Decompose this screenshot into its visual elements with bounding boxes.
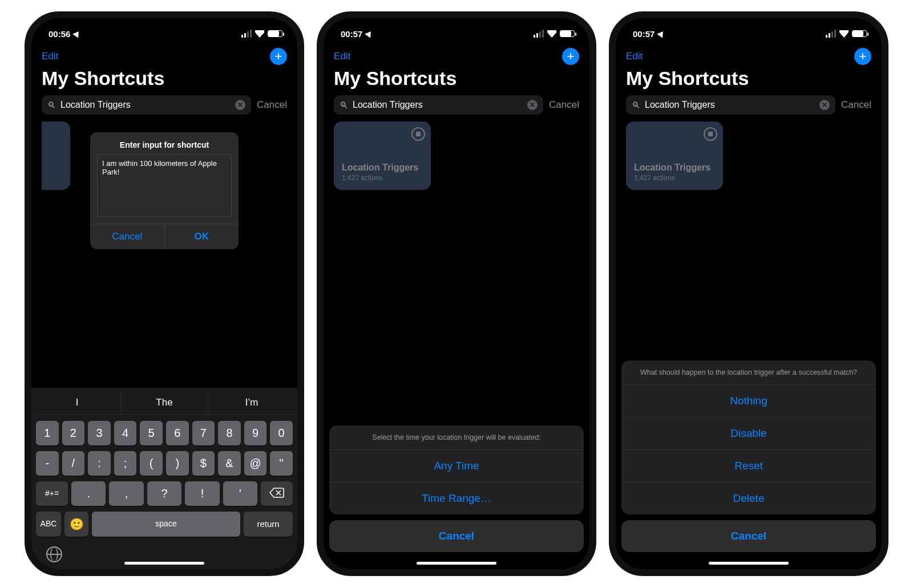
key-dollar[interactable]: $ bbox=[192, 451, 215, 476]
shortcut-card[interactable]: Location Triggers 1,427 actions bbox=[626, 121, 723, 190]
key-symbols[interactable]: #+= bbox=[36, 481, 68, 506]
status-time: 00:57 bbox=[341, 29, 362, 39]
signal-icon bbox=[826, 30, 836, 38]
battery-icon bbox=[852, 30, 867, 37]
edit-button[interactable]: Edit bbox=[42, 51, 58, 62]
action-sheet-match: What should happen to the location trigg… bbox=[621, 360, 876, 552]
key-comma[interactable]: , bbox=[109, 481, 143, 506]
key-bang[interactable]: ! bbox=[185, 481, 219, 506]
plus-icon: + bbox=[567, 50, 575, 63]
home-indicator[interactable] bbox=[417, 562, 496, 565]
key-at[interactable]: @ bbox=[244, 451, 267, 476]
key-space[interactable]: space bbox=[92, 512, 240, 537]
search-query: Location Triggers bbox=[60, 100, 231, 110]
battery-icon bbox=[560, 30, 575, 37]
location-arrow-icon bbox=[657, 29, 666, 38]
key-rparen[interactable]: ) bbox=[166, 451, 189, 476]
shortcut-actions-count: 1,427 actions bbox=[634, 174, 715, 182]
globe-icon[interactable] bbox=[46, 546, 62, 562]
stop-button[interactable] bbox=[411, 127, 425, 141]
clear-search-icon[interactable]: ✕ bbox=[819, 100, 830, 110]
key-emoji[interactable]: 🙂 bbox=[64, 512, 88, 537]
key-abc[interactable]: ABC bbox=[36, 512, 61, 537]
page-title: My Shortcuts bbox=[42, 67, 287, 90]
key-semi[interactable]: ; bbox=[114, 451, 137, 476]
sheet-option-disable[interactable]: Disable bbox=[621, 417, 876, 450]
key-6[interactable]: 6 bbox=[166, 421, 189, 445]
sheet-option-time-range[interactable]: Time Range… bbox=[329, 482, 584, 514]
location-arrow-icon bbox=[73, 29, 82, 38]
status-time: 00:56 bbox=[49, 29, 70, 39]
key-colon[interactable]: : bbox=[88, 451, 111, 476]
shortcut-name: Location Triggers bbox=[342, 163, 423, 173]
shortcut-actions-count: 1,427 a bbox=[42, 174, 62, 182]
sheet-option-reset[interactable]: Reset bbox=[621, 450, 876, 482]
shortcut-card[interactable]: Location Triggers 1,427 actions bbox=[334, 121, 431, 190]
shortcut-actions-count: 1,427 actions bbox=[342, 174, 423, 182]
wifi-icon bbox=[255, 30, 264, 37]
search-cancel[interactable]: Cancel bbox=[549, 99, 579, 111]
phone-1: 00:56 Edit + My Shortcuts 🔍︎ Location Tr… bbox=[25, 11, 304, 576]
suggestion-2[interactable]: The bbox=[120, 391, 208, 414]
clear-search-icon[interactable]: ✕ bbox=[235, 100, 245, 110]
alert-textarea[interactable]: I am within 100 kilometers of Apple Park… bbox=[97, 154, 232, 217]
key-1[interactable]: 1 bbox=[36, 421, 59, 445]
sheet-cancel-button[interactable]: Cancel bbox=[621, 520, 876, 552]
edit-button[interactable]: Edit bbox=[626, 51, 643, 62]
suggestion-3[interactable]: I’m bbox=[208, 391, 295, 414]
signal-icon bbox=[241, 30, 252, 38]
search-input[interactable]: 🔍︎ Location Triggers ✕ bbox=[42, 95, 251, 115]
home-indicator[interactable] bbox=[709, 562, 789, 565]
key-7[interactable]: 7 bbox=[192, 421, 215, 445]
nav-bar: Edit + bbox=[616, 43, 882, 65]
key-lparen[interactable]: ( bbox=[140, 451, 163, 476]
sheet-option-any-time[interactable]: Any Time bbox=[329, 450, 584, 482]
suggestion-bar: I The I’m bbox=[34, 391, 295, 415]
search-cancel[interactable]: Cancel bbox=[841, 99, 871, 111]
key-return[interactable]: return bbox=[244, 512, 293, 537]
suggestion-1[interactable]: I bbox=[34, 391, 120, 414]
sheet-cancel-button[interactable]: Cancel bbox=[329, 520, 584, 552]
key-quote[interactable]: " bbox=[270, 451, 293, 476]
search-input[interactable]: 🔍︎ Location Triggers ✕ bbox=[334, 95, 543, 115]
key-period[interactable]: . bbox=[71, 481, 106, 506]
add-button[interactable]: + bbox=[270, 48, 287, 65]
key-backspace[interactable] bbox=[261, 481, 293, 506]
phone-2: 00:57 Edit + My Shortcuts 🔍︎ Location Tr… bbox=[317, 11, 596, 576]
add-button[interactable]: + bbox=[854, 48, 871, 65]
search-query: Location Triggers bbox=[353, 100, 523, 110]
stop-button[interactable] bbox=[704, 127, 717, 141]
search-input[interactable]: 🔍︎ Location Triggers ✕ bbox=[626, 95, 835, 115]
alert-cancel-button[interactable]: Cancel bbox=[90, 224, 164, 249]
search-bar: 🔍︎ Location Triggers ✕ Cancel bbox=[616, 95, 882, 121]
nav-bar: Edit + bbox=[31, 43, 297, 65]
home-indicator[interactable] bbox=[124, 562, 204, 565]
key-8[interactable]: 8 bbox=[218, 421, 241, 445]
keyboard: I The I’m 1 2 3 4 5 6 7 8 9 0 - / : ; bbox=[31, 388, 297, 569]
alert-ok-button[interactable]: OK bbox=[164, 224, 239, 249]
sheet-option-nothing[interactable]: Nothing bbox=[621, 385, 876, 417]
search-cancel[interactable]: Cancel bbox=[257, 99, 287, 111]
clear-search-icon[interactable]: ✕ bbox=[527, 100, 538, 110]
search-bar: 🔍︎ Location Triggers ✕ Cancel bbox=[31, 95, 297, 121]
key-3[interactable]: 3 bbox=[88, 421, 111, 445]
key-5[interactable]: 5 bbox=[140, 421, 163, 445]
key-apos[interactable]: ' bbox=[223, 481, 257, 506]
search-icon: 🔍︎ bbox=[47, 100, 56, 110]
search-icon: 🔍︎ bbox=[632, 100, 640, 110]
key-dash[interactable]: - bbox=[36, 451, 59, 476]
sheet-option-delete[interactable]: Delete bbox=[621, 482, 876, 514]
key-0[interactable]: 0 bbox=[270, 421, 293, 445]
wifi-icon bbox=[839, 30, 849, 37]
key-slash[interactable]: / bbox=[62, 451, 85, 476]
key-2[interactable]: 2 bbox=[62, 421, 85, 445]
key-9[interactable]: 9 bbox=[244, 421, 267, 445]
add-button[interactable]: + bbox=[562, 48, 579, 65]
key-qmark[interactable]: ? bbox=[147, 481, 181, 506]
shortcut-card[interactable]: Locati 1,427 a bbox=[42, 121, 70, 190]
key-amp[interactable]: & bbox=[218, 451, 241, 476]
edit-button[interactable]: Edit bbox=[334, 51, 350, 62]
key-4[interactable]: 4 bbox=[114, 421, 137, 445]
wifi-icon bbox=[547, 30, 556, 37]
battery-icon bbox=[268, 30, 282, 37]
